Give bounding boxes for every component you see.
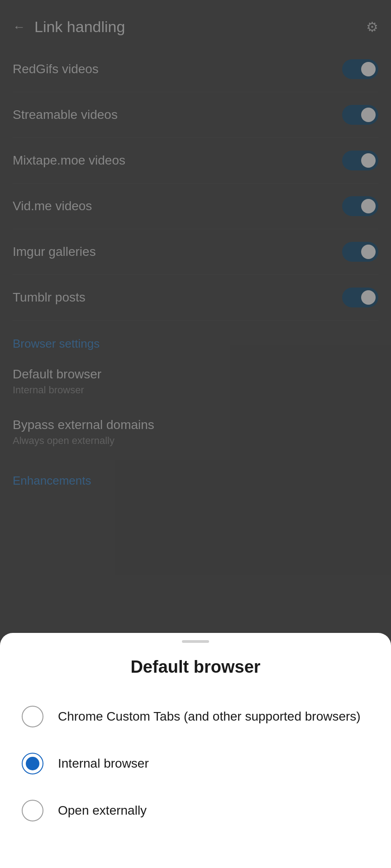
radio-circle-chrome [22,706,43,727]
radio-circle-internal [22,753,43,774]
radio-option-external[interactable]: Open externally [0,787,391,834]
radio-circle-external [22,800,43,821]
bottom-sheet: Default browser Chrome Custom Tabs (and … [0,633,391,868]
radio-label-external: Open externally [58,803,147,818]
radio-label-chrome: Chrome Custom Tabs (and other supported … [58,709,361,724]
bottom-sheet-handle [182,640,209,643]
radio-option-chrome[interactable]: Chrome Custom Tabs (and other supported … [0,693,391,740]
radio-label-internal: Internal browser [58,756,149,771]
radio-option-internal[interactable]: Internal browser [0,740,391,787]
bottom-sheet-title: Default browser [0,657,391,677]
